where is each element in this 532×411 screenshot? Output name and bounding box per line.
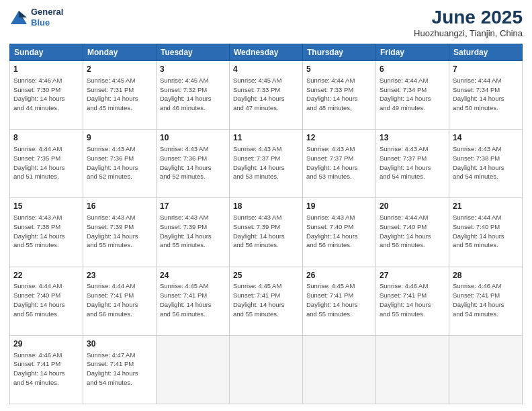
calendar-cell: 1Sunrise: 4:46 AM Sunset: 7:30 PM Daylig… xyxy=(10,61,83,130)
calendar-cell xyxy=(376,335,449,404)
day-info: Sunrise: 4:43 AM Sunset: 7:36 PM Dayligh… xyxy=(87,144,152,181)
col-header-thursday: Thursday xyxy=(303,44,376,61)
day-info: Sunrise: 4:43 AM Sunset: 7:38 PM Dayligh… xyxy=(13,213,79,250)
day-number: 13 xyxy=(380,132,445,144)
day-number: 16 xyxy=(87,201,152,212)
day-info: Sunrise: 4:46 AM Sunset: 7:41 PM Dayligh… xyxy=(453,281,519,318)
calendar-cell: 30Sunrise: 4:47 AM Sunset: 7:41 PM Dayli… xyxy=(83,335,157,404)
calendar-cell: 12Sunrise: 4:43 AM Sunset: 7:37 PM Dayli… xyxy=(303,130,376,198)
day-number: 23 xyxy=(87,270,152,281)
day-number: 3 xyxy=(160,64,226,75)
calendar-cell: 17Sunrise: 4:43 AM Sunset: 7:39 PM Dayli… xyxy=(157,198,230,267)
calendar-cell: 24Sunrise: 4:45 AM Sunset: 7:41 PM Dayli… xyxy=(157,267,230,335)
calendar-cell: 3Sunrise: 4:45 AM Sunset: 7:32 PM Daylig… xyxy=(157,61,230,130)
main-title: June 2025 xyxy=(414,7,523,28)
day-info: Sunrise: 4:43 AM Sunset: 7:39 PM Dayligh… xyxy=(160,213,226,250)
day-info: Sunrise: 4:45 AM Sunset: 7:41 PM Dayligh… xyxy=(306,281,372,318)
day-info: Sunrise: 4:45 AM Sunset: 7:41 PM Dayligh… xyxy=(233,281,299,318)
calendar-week-row: 8Sunrise: 4:44 AM Sunset: 7:35 PM Daylig… xyxy=(10,130,523,198)
day-info: Sunrise: 4:46 AM Sunset: 7:41 PM Dayligh… xyxy=(13,351,79,387)
calendar-cell: 6Sunrise: 4:44 AM Sunset: 7:34 PM Daylig… xyxy=(376,61,449,130)
calendar-cell: 14Sunrise: 4:43 AM Sunset: 7:38 PM Dayli… xyxy=(449,130,523,198)
day-info: Sunrise: 4:43 AM Sunset: 7:37 PM Dayligh… xyxy=(380,144,445,181)
day-info: Sunrise: 4:44 AM Sunset: 7:40 PM Dayligh… xyxy=(453,213,519,250)
day-number: 18 xyxy=(233,201,299,212)
logo-line2: Blue xyxy=(31,17,63,28)
day-info: Sunrise: 4:43 AM Sunset: 7:39 PM Dayligh… xyxy=(233,213,299,250)
calendar-header-row: SundayMondayTuesdayWednesdayThursdayFrid… xyxy=(10,44,523,61)
calendar-cell: 13Sunrise: 4:43 AM Sunset: 7:37 PM Dayli… xyxy=(376,130,449,198)
calendar-cell xyxy=(303,335,376,404)
day-number: 26 xyxy=(306,270,372,281)
day-number: 2 xyxy=(87,64,152,75)
day-info: Sunrise: 4:44 AM Sunset: 7:34 PM Dayligh… xyxy=(453,76,519,113)
day-info: Sunrise: 4:45 AM Sunset: 7:31 PM Dayligh… xyxy=(87,76,152,113)
calendar-week-row: 1Sunrise: 4:46 AM Sunset: 7:30 PM Daylig… xyxy=(10,61,523,130)
day-number: 25 xyxy=(233,270,299,281)
col-header-friday: Friday xyxy=(376,44,449,61)
header: General Blue June 2025 Huozhuangzi, Tian… xyxy=(9,7,523,38)
calendar-cell xyxy=(230,335,303,404)
calendar-cell: 20Sunrise: 4:44 AM Sunset: 7:40 PM Dayli… xyxy=(376,198,449,267)
day-number: 30 xyxy=(87,338,152,350)
day-info: Sunrise: 4:44 AM Sunset: 7:33 PM Dayligh… xyxy=(306,76,372,113)
day-number: 20 xyxy=(380,201,445,212)
col-header-saturday: Saturday xyxy=(449,44,523,61)
calendar-cell: 8Sunrise: 4:44 AM Sunset: 7:35 PM Daylig… xyxy=(10,130,83,198)
calendar-cell: 15Sunrise: 4:43 AM Sunset: 7:38 PM Dayli… xyxy=(10,198,83,267)
day-number: 27 xyxy=(380,270,445,281)
calendar-cell: 18Sunrise: 4:43 AM Sunset: 7:39 PM Dayli… xyxy=(230,198,303,267)
day-info: Sunrise: 4:44 AM Sunset: 7:34 PM Dayligh… xyxy=(380,76,445,113)
calendar-cell: 27Sunrise: 4:46 AM Sunset: 7:41 PM Dayli… xyxy=(376,267,449,335)
logo-line1: General xyxy=(31,7,63,17)
calendar-cell: 28Sunrise: 4:46 AM Sunset: 7:41 PM Dayli… xyxy=(449,267,523,335)
day-number: 14 xyxy=(453,132,519,144)
day-info: Sunrise: 4:43 AM Sunset: 7:38 PM Dayligh… xyxy=(453,144,519,181)
day-info: Sunrise: 4:43 AM Sunset: 7:40 PM Dayligh… xyxy=(306,213,372,250)
day-number: 24 xyxy=(160,270,226,281)
calendar-cell: 16Sunrise: 4:43 AM Sunset: 7:39 PM Dayli… xyxy=(83,198,157,267)
day-info: Sunrise: 4:43 AM Sunset: 7:37 PM Dayligh… xyxy=(306,144,372,181)
calendar-cell: 7Sunrise: 4:44 AM Sunset: 7:34 PM Daylig… xyxy=(449,61,523,130)
calendar-week-row: 15Sunrise: 4:43 AM Sunset: 7:38 PM Dayli… xyxy=(10,198,523,267)
calendar-cell: 22Sunrise: 4:44 AM Sunset: 7:40 PM Dayli… xyxy=(10,267,83,335)
calendar-body: 1Sunrise: 4:46 AM Sunset: 7:30 PM Daylig… xyxy=(10,61,523,404)
day-info: Sunrise: 4:44 AM Sunset: 7:40 PM Dayligh… xyxy=(13,281,79,318)
svg-marker-1 xyxy=(19,11,27,17)
calendar-cell: 25Sunrise: 4:45 AM Sunset: 7:41 PM Dayli… xyxy=(230,267,303,335)
day-number: 11 xyxy=(233,132,299,144)
calendar-cell: 4Sunrise: 4:45 AM Sunset: 7:33 PM Daylig… xyxy=(230,61,303,130)
day-number: 19 xyxy=(306,201,372,212)
day-number: 21 xyxy=(453,201,519,212)
day-number: 15 xyxy=(13,201,79,212)
day-info: Sunrise: 4:43 AM Sunset: 7:39 PM Dayligh… xyxy=(87,213,152,250)
day-number: 17 xyxy=(160,201,226,212)
day-number: 9 xyxy=(87,132,152,144)
calendar-cell: 23Sunrise: 4:44 AM Sunset: 7:41 PM Dayli… xyxy=(83,267,157,335)
col-header-tuesday: Tuesday xyxy=(157,44,230,61)
day-info: Sunrise: 4:44 AM Sunset: 7:40 PM Dayligh… xyxy=(380,213,445,250)
day-number: 4 xyxy=(233,64,299,75)
col-header-wednesday: Wednesday xyxy=(230,44,303,61)
calendar-cell: 10Sunrise: 4:43 AM Sunset: 7:36 PM Dayli… xyxy=(157,130,230,198)
calendar-week-row: 22Sunrise: 4:44 AM Sunset: 7:40 PM Dayli… xyxy=(10,267,523,335)
day-info: Sunrise: 4:46 AM Sunset: 7:30 PM Dayligh… xyxy=(13,76,79,113)
day-info: Sunrise: 4:43 AM Sunset: 7:37 PM Dayligh… xyxy=(233,144,299,181)
day-info: Sunrise: 4:46 AM Sunset: 7:41 PM Dayligh… xyxy=(380,281,445,318)
day-info: Sunrise: 4:44 AM Sunset: 7:35 PM Dayligh… xyxy=(13,144,79,181)
calendar-cell: 19Sunrise: 4:43 AM Sunset: 7:40 PM Dayli… xyxy=(303,198,376,267)
day-number: 22 xyxy=(13,270,79,281)
calendar-cell xyxy=(157,335,230,404)
day-number: 6 xyxy=(380,64,445,75)
logo: General Blue xyxy=(9,7,63,28)
title-block: June 2025 Huozhuangzi, Tianjin, China xyxy=(414,7,523,38)
day-info: Sunrise: 4:45 AM Sunset: 7:32 PM Dayligh… xyxy=(160,76,226,113)
calendar-week-row: 29Sunrise: 4:46 AM Sunset: 7:41 PM Dayli… xyxy=(10,335,523,404)
day-number: 7 xyxy=(453,64,519,75)
calendar-table: SundayMondayTuesdayWednesdayThursdayFrid… xyxy=(9,44,523,404)
col-header-sunday: Sunday xyxy=(10,44,83,61)
col-header-monday: Monday xyxy=(83,44,157,61)
calendar-cell: 26Sunrise: 4:45 AM Sunset: 7:41 PM Dayli… xyxy=(303,267,376,335)
calendar-cell: 29Sunrise: 4:46 AM Sunset: 7:41 PM Dayli… xyxy=(10,335,83,404)
day-number: 10 xyxy=(160,132,226,144)
